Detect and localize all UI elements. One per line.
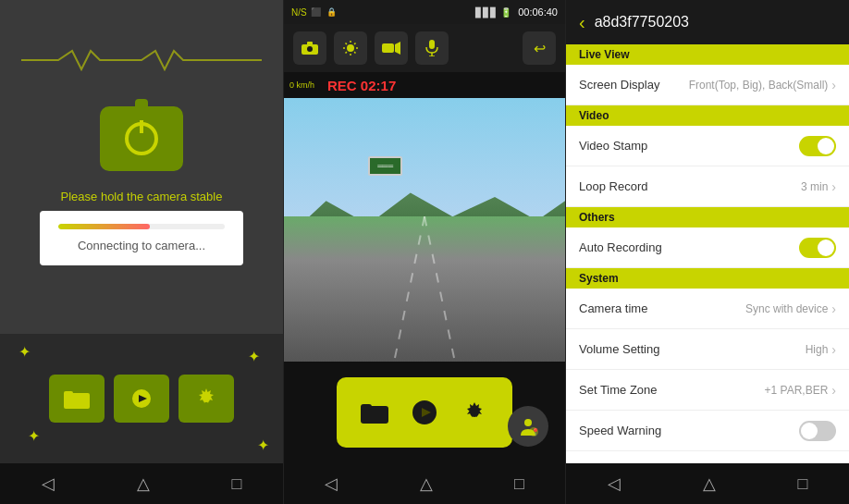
setting-label: Auto Recording: [579, 240, 799, 254]
panel1-nav: ◁ △ □: [0, 463, 283, 504]
device-id-title: a8d3f7750203: [595, 14, 689, 31]
setting-row[interactable]: Screen DisplayFront(Top, Big), Back(Smal…: [566, 65, 849, 105]
setting-label: Screen Display: [579, 78, 689, 92]
back-nav-p3[interactable]: ◁: [608, 473, 621, 494]
profile-bubble[interactable]: 📍: [508, 406, 548, 447]
status-icons: ▊▊▊ 🔋 00:06:40: [475, 6, 558, 18]
lock-icon: 🔒: [326, 7, 337, 17]
signal-icon: ▊▊▊: [475, 7, 498, 18]
camera-power-icon: [125, 122, 158, 155]
svg-line-24: [424, 216, 455, 362]
settings-ctrl-btn[interactable]: [454, 392, 495, 433]
setting-row[interactable]: Set Time Zone+1 PAR,BER›: [566, 370, 849, 411]
section-header-video: Video: [566, 105, 849, 126]
home-nav-p3[interactable]: △: [703, 473, 716, 494]
panel3-nav: ◁ △ □: [566, 463, 849, 504]
video-road: [284, 216, 565, 362]
highway-sign: ═══: [368, 156, 402, 176]
chevron-icon: ›: [831, 342, 836, 357]
video-feed: ═══: [284, 98, 565, 362]
svg-text:📍: 📍: [531, 427, 539, 436]
setting-label: Speed Warning: [579, 424, 799, 437]
svg-point-9: [347, 44, 354, 52]
setting-row[interactable]: Speed Warning: [566, 411, 849, 451]
rec-timer: REC 02:17: [320, 76, 403, 95]
setting-row[interactable]: Volume SettingHigh›: [566, 329, 849, 370]
progress-fill: [58, 224, 150, 229]
sparkle-icon: ✦: [28, 427, 40, 445]
setting-row[interactable]: Auto Recording: [566, 227, 849, 268]
gps-icon: ⬛: [311, 7, 321, 17]
svg-rect-18: [382, 43, 394, 53]
svg-rect-20: [429, 40, 435, 49]
back-button[interactable]: ‹: [579, 12, 585, 33]
toggle-on[interactable]: [799, 238, 836, 258]
video-mode-btn[interactable]: [375, 31, 408, 65]
svg-rect-7: [307, 42, 313, 45]
status-time: 00:06:40: [518, 6, 558, 18]
toggle-on[interactable]: [799, 136, 836, 156]
back-nav-icon[interactable]: ◁: [42, 473, 55, 494]
video-icon-box[interactable]: [114, 375, 169, 423]
panel-connecting: Please hold the camera stable Connecting…: [0, 0, 283, 504]
brightness-btn[interactable]: [334, 31, 367, 65]
home-nav-icon[interactable]: △: [137, 473, 150, 494]
chevron-icon: ›: [831, 301, 836, 316]
recent-nav-p2[interactable]: □: [514, 474, 524, 494]
svg-point-8: [307, 46, 313, 52]
controls-box: [337, 377, 512, 448]
setting-label: Video Stamp: [579, 139, 799, 153]
setting-row[interactable]: Loop Record3 min›: [566, 166, 849, 207]
video-sky: [284, 98, 565, 216]
svg-line-23: [394, 216, 424, 362]
setting-value: Sync with device: [745, 302, 828, 315]
panel1-bottom-icons: ✦ ✦ ✦ ✦: [0, 334, 283, 463]
toggle-off[interactable]: [799, 421, 836, 441]
chevron-icon: ›: [831, 179, 836, 194]
folder-ctrl-btn[interactable]: [354, 392, 395, 433]
mic-btn[interactable]: [415, 31, 449, 65]
svg-line-17: [354, 43, 355, 44]
chevron-icon: ›: [831, 383, 836, 398]
svg-rect-2: [64, 391, 73, 396]
toolbar: ↩: [284, 24, 565, 72]
progress-bar: [58, 224, 225, 229]
settings-header: ‹ a8d3f7750203: [566, 0, 849, 44]
setting-row[interactable]: Video Stamp: [566, 126, 849, 166]
setting-row[interactable]: Camera timeSync with device›: [566, 289, 849, 329]
svg-line-14: [346, 43, 347, 44]
setting-label: Volume Setting: [579, 342, 806, 356]
back-nav-p2[interactable]: ◁: [325, 473, 338, 494]
svg-marker-19: [395, 42, 400, 55]
video-ctrl-btn[interactable]: [404, 392, 445, 433]
return-btn[interactable]: ↩: [523, 31, 556, 65]
settings-icon-box[interactable]: [178, 375, 234, 423]
svg-rect-26: [361, 404, 372, 410]
setting-value: +1 PAR,BER: [765, 384, 829, 397]
panel1-top: Please hold the camera stable Connecting…: [0, 0, 283, 334]
sparkle-icon: ✦: [248, 348, 260, 365]
svg-line-15: [354, 52, 355, 53]
connecting-text: Connecting to camera...: [58, 239, 225, 252]
setting-label: Loop Record: [579, 179, 801, 193]
setting-value: High: [806, 343, 829, 356]
folder-icon-box[interactable]: [49, 375, 105, 423]
sparkle-icon: ✦: [257, 436, 269, 454]
setting-row[interactable]: GsensorOpen - Low sensitivity›: [566, 451, 849, 463]
camera-mode-btn[interactable]: [293, 31, 326, 65]
recent-nav-p3[interactable]: □: [798, 474, 808, 494]
settings-content: Live ViewScreen DisplayFront(Top, Big), …: [566, 44, 849, 463]
panel2-nav: ◁ △ □: [284, 463, 565, 504]
section-header-live-view: Live View: [566, 44, 849, 65]
chevron-icon: ›: [831, 78, 836, 92]
recent-nav-icon[interactable]: □: [232, 474, 242, 494]
setting-value: Front(Top, Big), Back(Small): [689, 79, 829, 92]
speed-display: 0 km/h: [289, 80, 314, 90]
status-bar: N/S ⬛ 🔒 ▊▊▊ 🔋 00:06:40: [284, 0, 565, 24]
sparkle-icon: ✦: [18, 343, 31, 361]
home-nav-p2[interactable]: △: [420, 473, 433, 494]
panel-recording: N/S ⬛ 🔒 ▊▊▊ 🔋 00:06:40 ↩ 0 km/h REC 02:1…: [283, 0, 566, 504]
svg-point-33: [524, 419, 532, 426]
return-icon: ↩: [534, 40, 546, 57]
hold-stable-message: Please hold the camera stable: [61, 190, 223, 203]
